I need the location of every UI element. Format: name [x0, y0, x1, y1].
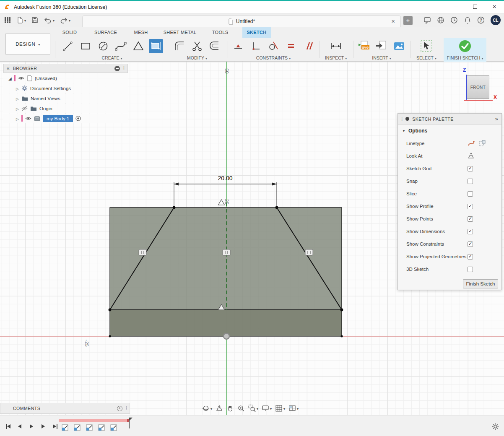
play-button[interactable]: [28, 423, 35, 430]
visibility-off-eye-icon[interactable]: [21, 105, 28, 112]
line-tool[interactable]: [61, 39, 75, 53]
drag-grip-icon[interactable]: [123, 65, 125, 71]
show-projected-geometries-checkbox[interactable]: [468, 254, 473, 260]
expand-panel-icon[interactable]: [495, 116, 498, 122]
collapse-panel-icon[interactable]: [7, 65, 10, 71]
body-label-selected[interactable]: my Body:1: [43, 115, 73, 122]
inspect-group-label[interactable]: INSPECT: [321, 55, 351, 60]
timeline-position-marker[interactable]: [129, 418, 132, 428]
select-tool[interactable]: [419, 39, 434, 53]
finish-sketch-tool[interactable]: [458, 39, 472, 53]
origin-point[interactable]: [223, 333, 229, 339]
display-settings-tool[interactable]: [262, 405, 272, 412]
view-cube[interactable]: Z FRONT X: [461, 68, 500, 106]
rectangle-tool[interactable]: [78, 39, 93, 53]
visibility-eye-icon[interactable]: [18, 75, 24, 81]
tab-solid[interactable]: SOLID: [59, 27, 81, 38]
help-button[interactable]: ?: [477, 16, 485, 24]
dimension-value[interactable]: 20.00: [218, 175, 232, 182]
sketch-profile[interactable]: [110, 208, 342, 336]
spline-tool[interactable]: [114, 39, 128, 53]
view-cube-front-face[interactable]: FRONT: [467, 75, 489, 99]
save-button[interactable]: [29, 15, 40, 25]
timeline-rollback-highlight[interactable]: [59, 419, 129, 422]
tangent-constraint-tool[interactable]: [266, 39, 281, 53]
skip-to-start-button[interactable]: [4, 423, 12, 430]
root-document-label[interactable]: (Unsaved): [35, 76, 57, 81]
look-at-icon[interactable]: [468, 152, 475, 160]
pan-tool[interactable]: [226, 405, 234, 412]
equal-constraint-tool[interactable]: [284, 39, 298, 53]
drag-grip-icon[interactable]: [126, 405, 127, 411]
expand-icon[interactable]: [16, 106, 19, 111]
fillet-tool[interactable]: [172, 39, 187, 53]
linetype-curve-icon[interactable]: [468, 140, 475, 147]
timeline-settings-button[interactable]: [492, 423, 499, 430]
parallel-constraint-tool[interactable]: [301, 39, 316, 53]
timeline-sketch-feature[interactable]: [98, 424, 105, 431]
look-at-tool[interactable]: [216, 405, 223, 412]
insert-image-tool[interactable]: [392, 39, 406, 53]
chevron-down-icon[interactable]: [297, 405, 299, 411]
orbit-tool[interactable]: [202, 405, 212, 412]
browser-item-origin[interactable]: Origin: [3, 104, 128, 113]
create-group-label[interactable]: CREATE: [58, 55, 166, 60]
expand-icon[interactable]: [16, 86, 19, 91]
browser-item-named-views[interactable]: Named Views: [3, 93, 128, 103]
user-avatar[interactable]: CL: [491, 15, 501, 25]
polygon-tool[interactable]: [131, 39, 145, 53]
maximize-button[interactable]: [465, 0, 485, 13]
circle-tool[interactable]: [96, 39, 110, 53]
finish-sketch-group-label[interactable]: FINISH SKETCH: [444, 55, 486, 60]
viewports-tool[interactable]: [288, 405, 299, 412]
insert-group-label[interactable]: INSERT: [355, 55, 408, 60]
expand-icon[interactable]: [16, 96, 19, 101]
tab-sketch[interactable]: SKETCH: [242, 27, 271, 38]
browser-item-document-settings[interactable]: Document Settings: [3, 83, 128, 93]
browser-header[interactable]: BROWSER: [3, 64, 128, 73]
file-menu-button[interactable]: [14, 15, 28, 25]
offset-tool[interactable]: [208, 39, 222, 53]
comments-panel[interactable]: COMMENTS: [0, 403, 130, 414]
slice-checkbox[interactable]: [468, 191, 473, 197]
item-label[interactable]: Document Settings: [30, 86, 71, 91]
item-label[interactable]: Origin: [39, 106, 52, 111]
recent-activity-button[interactable]: [450, 16, 458, 24]
options-section-header[interactable]: Options: [398, 125, 501, 137]
timeline-sketch-feature[interactable]: [86, 424, 93, 431]
zoom-tool[interactable]: [237, 405, 245, 412]
chevron-down-icon[interactable]: [283, 405, 285, 411]
add-comment-icon[interactable]: [117, 406, 122, 411]
tab-tools[interactable]: TOOLS: [208, 27, 232, 38]
timeline-sketch-feature[interactable]: [61, 424, 69, 431]
minimize-panel-icon[interactable]: [114, 66, 120, 71]
workspace-switcher[interactable]: DESIGN: [5, 34, 50, 54]
midpoint-constraint-tool[interactable]: [231, 39, 245, 53]
job-status-button[interactable]: [437, 16, 444, 24]
constraints-group-label[interactable]: CONSTRAINTS: [230, 55, 317, 60]
tab-sheet-metal[interactable]: SHEET METAL: [160, 27, 200, 38]
finish-sketch-button[interactable]: Finish Sketch: [463, 279, 498, 288]
expand-icon[interactable]: [16, 116, 19, 121]
select-group-label[interactable]: SELECT: [412, 55, 441, 60]
comments-notification-button[interactable]: [423, 16, 431, 24]
item-label[interactable]: Named Views: [31, 96, 60, 101]
drag-grip-icon[interactable]: [401, 116, 403, 122]
expand-root-icon[interactable]: [8, 76, 12, 81]
step-back-button[interactable]: [16, 423, 23, 430]
close-document-icon[interactable]: [390, 18, 396, 25]
browser-root-item[interactable]: (Unsaved): [3, 73, 128, 83]
modify-group-label[interactable]: MODIFY: [170, 55, 224, 60]
show-dimensions-checkbox[interactable]: [468, 229, 473, 234]
chevron-down-icon[interactable]: [270, 405, 272, 411]
browser-item-body[interactable]: my Body:1: [3, 114, 128, 123]
skip-to-end-button[interactable]: [51, 423, 59, 430]
step-forward-button[interactable]: [39, 423, 47, 430]
visibility-eye-icon[interactable]: [25, 115, 31, 122]
linetype-construction-icon[interactable]: [478, 140, 486, 147]
undo-button[interactable]: [42, 15, 56, 25]
3d-sketch-checkbox[interactable]: [468, 267, 473, 272]
timeline-sketch-feature[interactable]: [73, 424, 81, 431]
grid-snaps-tool[interactable]: [275, 405, 285, 412]
chevron-down-icon[interactable]: [257, 405, 258, 411]
